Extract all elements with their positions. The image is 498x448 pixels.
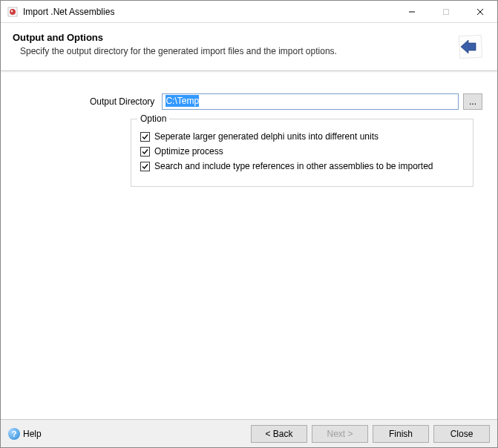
next-button: Next > [312, 425, 368, 443]
titlebar: Import .Net Assemblies [1, 1, 497, 23]
checkbox-separate-units[interactable]: Seperate larger generated delphi units i… [140, 131, 464, 142]
checkbox-icon [140, 132, 150, 142]
svg-rect-4 [444, 9, 449, 14]
finish-button[interactable]: Finish [373, 425, 429, 443]
maximize-button[interactable] [429, 1, 463, 22]
help-icon: ? [8, 428, 20, 440]
window-controls [395, 1, 497, 22]
back-arrow-icon [456, 32, 485, 62]
checkbox-optimize[interactable]: Optimize process [140, 146, 464, 157]
checkbox-label: Search and include type references in ot… [154, 161, 433, 171]
close-button[interactable]: Close [433, 425, 490, 443]
wizard-footer: ? Help < Back Next > Finish Close [1, 419, 497, 447]
output-directory-row: Output Directory C:\Temp ... [90, 93, 482, 110]
checkbox-search-references[interactable]: Search and include type references in ot… [140, 161, 464, 171]
back-button[interactable]: < Back [251, 425, 307, 443]
browse-button[interactable]: ... [463, 93, 482, 110]
output-directory-input[interactable]: C:\Temp [162, 93, 459, 110]
svg-point-1 [10, 9, 16, 15]
checkbox-label: Seperate larger generated delphi units i… [154, 131, 379, 142]
checkbox-icon [140, 147, 150, 157]
content-area: Output Directory C:\Temp ... Option Sepe… [1, 71, 497, 427]
wizard-header: Output and Options Specify the output di… [1, 23, 497, 71]
window-title: Import .Net Assemblies [23, 7, 395, 17]
page-subtitle: Specify the output directory for the gen… [13, 46, 456, 56]
option-group: Option Seperate larger generated delphi … [131, 119, 474, 187]
close-window-button[interactable] [463, 1, 497, 22]
checkbox-icon [140, 162, 150, 171]
app-icon [7, 6, 19, 18]
help-button[interactable]: Help [23, 429, 42, 439]
option-group-legend: Option [137, 113, 169, 124]
svg-point-2 [11, 10, 13, 11]
checkbox-label: Optimize process [154, 146, 223, 157]
page-title: Output and Options [13, 32, 456, 43]
output-directory-label: Output Directory [90, 96, 154, 107]
minimize-button[interactable] [395, 1, 429, 22]
